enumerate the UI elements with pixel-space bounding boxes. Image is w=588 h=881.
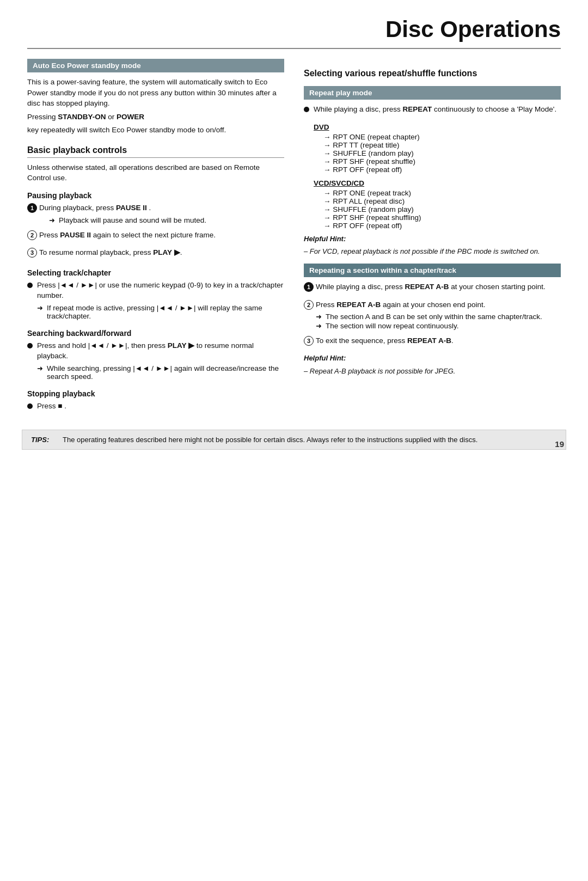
repeat-bullet1: While playing a disc, press REPEAT conti… [304, 104, 561, 118]
selecting-track-title: Selecting track/chapter [27, 268, 284, 277]
ab-helpful-hint: Helpful Hint: – Repeat A-B playback is n… [304, 353, 561, 377]
eco-power-key-line: key repeatedly will switch Eco Power sta… [27, 125, 284, 136]
repeat-ab-step2-num: 2 [304, 300, 314, 310]
pausing-title: Pausing playback [27, 191, 284, 200]
eco-power-section: Auto Eco Power standby mode This is a po… [27, 59, 284, 136]
bullet-dot1 [27, 282, 37, 290]
vcd-list-item: → RPT ONE (repeat track) [314, 189, 561, 197]
basic-playback-section: Basic playback controls Unless otherwise… [27, 145, 284, 414]
step3-num: 3 [27, 248, 37, 258]
repeat-ab-step1-num: 1 [304, 282, 314, 292]
vcd-items: → RPT ONE (repeat track)→ RPT ALL (repea… [314, 189, 561, 230]
searching-bullet1: Press and hold |◄◄ / ►►|, then press PLA… [27, 340, 284, 382]
repeat-shuffle-title: Selecting various repeat/shuffle functio… [304, 69, 561, 81]
vcd-list-item: → RPT SHF (repeat shuffling) [314, 213, 561, 222]
pause-step1: 1 During playback, press PAUSE II . ➜ Pl… [27, 203, 284, 225]
tips-text: The operating features described here mi… [63, 436, 477, 444]
repeat-bullet-dot [304, 106, 314, 114]
repeating-section-header: Repeating a section within a chapter/tra… [304, 264, 561, 277]
pause-step2: 2 Press PAUSE II again to select the nex… [27, 230, 284, 243]
repeat-helpful-hint: Helpful Hint: – For VCD, repeat playback… [304, 234, 561, 258]
tips-bar: TIPS: The operating features described h… [22, 430, 566, 450]
searching-title: Searching backward/forward [27, 329, 284, 338]
eco-power-body: This is a power-saving feature, the syst… [27, 77, 284, 109]
dvd-list-item: → SHUFFLE (random play) [314, 149, 561, 157]
bullet-dot3 [27, 402, 37, 411]
eco-power-header: Auto Eco Power standby mode [27, 59, 284, 72]
repeat-ab-step2: 2 Press REPEAT A-B again at your chosen … [304, 299, 561, 332]
step2-num: 2 [27, 230, 37, 240]
repeat-ab-step3: 3 To exit the sequence, press REPEAT A-B… [304, 335, 561, 349]
right-column: Selecting various repeat/shuffle functio… [304, 59, 561, 417]
step1-num: 1 [27, 203, 37, 213]
vcd-header: VCD/SVCD/CD [314, 179, 561, 187]
eco-power-standby: Pressing STANDBY-ON or POWER [27, 112, 284, 123]
pause-step3: 3 To resume normal playback, press PLAY … [27, 247, 284, 261]
left-column: Auto Eco Power standby mode This is a po… [27, 59, 284, 417]
stopping-title: Stopping playback [27, 389, 284, 398]
dvd-list-item: → RPT TT (repeat title) [314, 141, 561, 149]
repeat-ab-step1: 1 While playing a disc, press REPEAT A-B… [304, 282, 561, 295]
basic-playback-title: Basic playback controls [27, 145, 284, 158]
tips-label: TIPS: [31, 436, 57, 444]
repeat-ab-step3-num: 3 [304, 336, 314, 346]
page-number: 19 [555, 439, 564, 449]
dvd-header: DVD [314, 123, 561, 131]
track-bullet1: Press |◄◄ / ►►| or use the numeric keypa… [27, 280, 284, 321]
dvd-section: DVD → RPT ONE (repeat chapter)→ RPT TT (… [304, 123, 561, 174]
arrow-sym: ➜ [49, 216, 59, 224]
bullet-dot2 [27, 342, 37, 350]
vcd-list-item: → SHUFFLE (random play) [314, 205, 561, 213]
track-bullet1-text: Press |◄◄ / ►►| or use the numeric keypa… [37, 280, 284, 301]
dvd-list-item: → RPT ONE (repeat chapter) [314, 133, 561, 141]
vcd-list-item: → RPT OFF (repeat off) [314, 222, 561, 230]
vcd-section: VCD/SVCD/CD → RPT ONE (repeat track)→ RP… [304, 179, 561, 230]
stopping-bullet1: Press ■ . [27, 401, 284, 414]
page-title: Disc Operations [385, 16, 561, 42]
repeat-shuffle-section: Selecting various repeat/shuffle functio… [304, 69, 561, 377]
dvd-list-item: → RPT SHF (repeat shuffle) [314, 157, 561, 166]
dvd-list-item: → RPT OFF (repeat off) [314, 166, 561, 174]
dvd-items: → RPT ONE (repeat chapter)→ RPT TT (repe… [314, 133, 561, 174]
vcd-list-item: → RPT ALL (repeat disc) [314, 197, 561, 205]
repeat-play-header: Repeat play mode [304, 86, 561, 100]
basic-playback-intro: Unless otherwise stated, all operations … [27, 162, 284, 183]
